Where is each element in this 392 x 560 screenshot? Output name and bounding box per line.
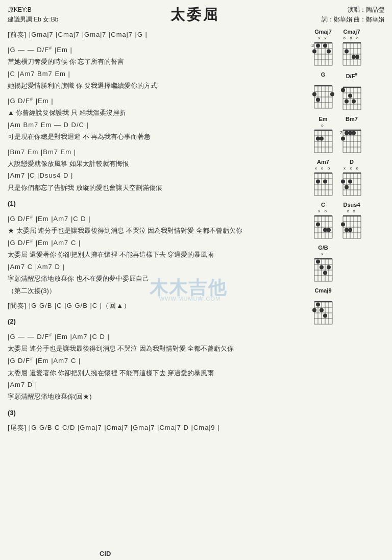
chord-xo-marks: x o [318, 209, 328, 214]
chord-diagram-Bm7: Bm72 [339, 116, 364, 155]
chord-name: D [350, 159, 354, 165]
section-prechorus: |Bm7 Em |Bm7 Em |人說戀愛就像放風箏 如果太計較就有悔恨 |Am… [8, 146, 305, 194]
chord-line: |G — — D/F# |Em |Am7 |C D | [8, 331, 305, 343]
chord-open-marks: o [321, 123, 325, 128]
svg-point-140 [341, 223, 345, 227]
lyrics-area: [前奏] |Gmaj7 |Cmaj7 |Gmaj7 |Cmaj7 |G | |G… [8, 29, 305, 436]
cid-label: CID [100, 550, 111, 557]
svg-point-85 [352, 131, 356, 135]
credits: 演唱：陶晶瑩 詞：鄭華娟 曲：鄭華娟 [322, 5, 384, 25]
chord-name: G [321, 71, 326, 78]
svg-point-55 [341, 88, 345, 92]
diagram-group-1: Gmaj7x x3Cmaj7o o o [310, 29, 384, 67]
chord-diagram-Am7: Am7x o o [310, 159, 336, 198]
lyric-line: 寧願清醒忍痛地放棄你 也不在愛的夢中委屈自己 [8, 273, 305, 284]
chord-line: |Am Bm7 Em — D D/C | [8, 119, 305, 131]
section-chorus2: |G — — D/F# |Em |Am7 |C D |太委屈 連分手也是讓我最後… [8, 331, 305, 403]
chord-grid-svg [339, 85, 364, 112]
chord-line: |G D/F# |Em | [8, 95, 305, 107]
svg-point-112 [341, 180, 345, 184]
chord-name: Cmaj7 [343, 29, 360, 35]
svg-point-13 [312, 50, 316, 54]
svg-point-86 [341, 137, 345, 141]
chord-diagrams: Gmaj7x x3Cmaj7o o oGD/F#EmoBm72Am7x o oD… [310, 29, 384, 436]
chord-grid-svg [310, 257, 336, 283]
section-intro: [前奏] |Gmaj7 |Cmaj7 |Gmaj7 |Cmaj7 |G | [8, 29, 305, 40]
section-chorus1_label: (1) [8, 198, 305, 209]
main-content: [前奏] |Gmaj7 |Cmaj7 |Gmaj7 |Cmaj7 |G | |G… [8, 29, 384, 436]
svg-point-70 [316, 137, 320, 141]
chord-diagram-G: G [310, 71, 336, 112]
chord-diagram-Em: Emo [310, 116, 336, 155]
svg-text:2: 2 [340, 130, 342, 135]
svg-point-42 [330, 92, 334, 96]
chord-line: |G D/F# |Em |Am7 C | [8, 355, 305, 367]
lyric-line: 太委屈 還愛著你 你卻把別人擁在懷裡 不能再這樣下去 穿過愛的暴風雨 [8, 249, 305, 260]
key-info: 原KEY:B 建議男調:Eb 女:Bb [8, 5, 69, 25]
svg-point-83 [345, 131, 349, 135]
svg-point-156 [327, 265, 331, 270]
section-interlude: [間奏] |G G/B |C |G G/B |C |（回▲） [8, 300, 305, 311]
svg-point-141 [345, 228, 349, 232]
section-chorus2_label: (2) [8, 315, 305, 327]
svg-point-170 [312, 308, 316, 312]
svg-point-100 [323, 180, 327, 184]
svg-point-58 [352, 100, 356, 104]
svg-point-128 [327, 228, 331, 232]
chord-diagram-D: Dx x o [339, 159, 364, 198]
chord-diagram-Dsus4: Dsus4x x [339, 202, 364, 240]
lyric-line: 太委屈 連分手也是讓我最後得到消息 不哭泣 因為我對情對愛 全都不曾虧欠你 [8, 343, 305, 354]
svg-point-154 [316, 260, 320, 264]
lyric-line: 人說戀愛就像放風箏 如果太計較就有悔恨 [8, 158, 305, 169]
chord-xo-marks: x [322, 252, 325, 257]
svg-point-99 [316, 180, 320, 184]
svg-point-43 [316, 98, 320, 102]
section-chorus3_label: (3) [8, 407, 305, 419]
lyric-line: 只是你們都忘了告訴我 放縱的愛也會讓天空劃滿傷痕 [8, 182, 305, 193]
lyric-line: ▲ 你曾經說要保護我 只 給我溫柔沒挫折 [8, 107, 305, 118]
chord-xo-marks: x x o [344, 166, 360, 171]
diagram-group-3: EmoBm72 [310, 116, 384, 155]
chord-line: |G D/F# |Em |Am7 |C D | [8, 213, 305, 225]
svg-point-155 [320, 265, 324, 270]
chord-name: Cmaj9 [314, 287, 331, 294]
chord-grid-svg [339, 41, 364, 67]
chord-line: [間奏] |G G/B |C |G G/B |C |（回▲） [8, 300, 305, 311]
section-outro: [尾奏] |G G/B C C/D |Gmaj7 |Cmaj7 |Gmaj7 |… [8, 422, 305, 433]
svg-point-71 [320, 137, 324, 141]
chord-name: Gmaj7 [314, 29, 332, 35]
svg-point-113 [348, 180, 352, 184]
diagram-group-5: Cx oDsus4x x [310, 202, 384, 240]
chord-line: |Am7 |C |Dsus4 D | [8, 169, 305, 181]
svg-point-157 [323, 271, 327, 275]
svg-point-27 [345, 50, 349, 54]
section-number: (1) [8, 198, 305, 209]
svg-point-56 [348, 94, 352, 98]
chord-grid-svg [310, 214, 336, 240]
lyric-line: （第二次接(3)） [8, 285, 305, 297]
diagram-group-4: Am7x o oDx x o [310, 159, 384, 198]
chord-name: Am7 [317, 159, 329, 165]
lyric-line: 太委屈 還愛著你 你卻把別人擁在懷裡 不能再這樣下去 穿過愛的暴風雨 [8, 367, 305, 379]
chord-diagram-C: Cx o [310, 202, 336, 240]
section-number: (3) [8, 407, 305, 419]
svg-point-57 [345, 100, 349, 104]
diagram-group-6: G/Bx [310, 245, 384, 283]
chord-open-marks: o o o [344, 36, 360, 41]
section-number: (2) [8, 315, 305, 327]
diagram-group-7: Cmaj9 [310, 287, 384, 326]
section-verse1b: |G D/F# |Em |▲ 你曾經說要保護我 只 給我溫柔沒挫折 |Am Bm… [8, 95, 305, 143]
chord-line: |Am7 D | [8, 379, 305, 391]
chord-grid-svg [339, 214, 364, 240]
chord-name: D/F# [346, 71, 358, 79]
svg-point-12 [323, 44, 327, 48]
svg-point-126 [316, 223, 320, 227]
svg-point-172 [323, 314, 327, 318]
chord-name: Bm7 [346, 116, 358, 122]
chord-diagram-Cmaj9: Cmaj9 [310, 287, 336, 326]
chord-grid-svg [310, 84, 336, 110]
svg-point-14 [327, 50, 331, 54]
chord-line: |Am7 C |Am7 D | [8, 261, 305, 273]
svg-point-142 [348, 228, 352, 232]
chord-grid-svg [310, 300, 336, 326]
